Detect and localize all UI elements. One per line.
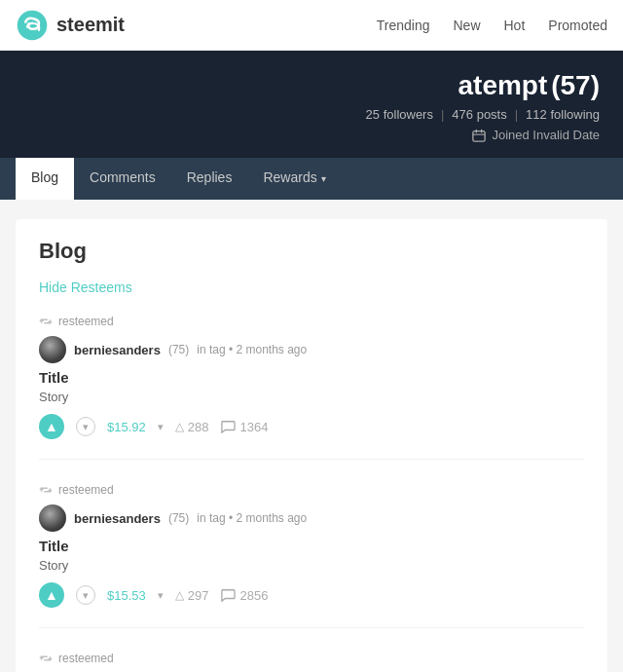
votes-area: △ 297	[175, 588, 209, 603]
username: atempt	[458, 70, 548, 100]
svg-point-0	[18, 10, 48, 40]
votes-up-icon: △	[175, 420, 184, 433]
resteemed-label: resteemed	[39, 483, 584, 497]
stat-sep-1: |	[441, 107, 444, 122]
reputation: (57)	[551, 70, 600, 100]
upvote-button[interactable]: ▲	[39, 414, 64, 439]
author-rep: (75)	[168, 343, 189, 356]
payout-value: $15.92	[107, 420, 146, 434]
main-nav: Trending New Hot Promoted	[377, 18, 607, 33]
comments-count: 1364	[239, 420, 268, 434]
avatar	[39, 504, 66, 532]
author-name[interactable]: berniesanders	[74, 511, 161, 526]
profile-name: atempt (57)	[23, 70, 600, 101]
content-card: Blog Hide Resteems resteemed berniesande…	[16, 219, 607, 672]
profile-meta: Joined Invalid Date	[23, 128, 600, 142]
post-story: Story	[39, 558, 584, 573]
post-actions: ▲ ▾ $15.92 ▾ △ 288 1364	[39, 414, 584, 439]
post-meta: in tag • 2 months ago	[197, 511, 307, 525]
upvote-button[interactable]: ▲	[39, 582, 64, 608]
nav-hot[interactable]: Hot	[504, 18, 526, 33]
tab-rewards[interactable]: Rewards ▾	[247, 158, 341, 200]
resteemed-label: resteemed	[39, 315, 584, 328]
stat-sep-2: |	[515, 107, 518, 122]
downvote-button[interactable]: ▾	[76, 417, 95, 436]
payout-dropdown[interactable]: ▾	[158, 589, 164, 602]
main-content: Blog Hide Resteems resteemed berniesande…	[0, 200, 623, 672]
payout-value: $15.53	[107, 588, 146, 603]
tab-replies[interactable]: Replies	[171, 158, 248, 200]
votes-area: △ 288	[175, 420, 209, 434]
nav-promoted[interactable]: Promoted	[548, 18, 607, 33]
comments-area: 2856	[220, 588, 268, 603]
resteem-icon	[39, 652, 53, 665]
post-title[interactable]: Title	[39, 369, 584, 386]
following-count: 112 following	[526, 107, 600, 122]
post-story: Story	[39, 390, 584, 404]
logo-area[interactable]: steemit	[16, 9, 125, 42]
tab-blog[interactable]: Blog	[16, 158, 74, 200]
resteem-icon	[39, 315, 53, 328]
nav-new[interactable]: New	[453, 18, 480, 33]
profile-stats: 25 followers | 476 posts | 112 following	[23, 107, 600, 122]
posts-count: 476 posts	[452, 107, 506, 122]
comments-area: 1364	[220, 420, 268, 434]
post-item: resteemed berniesanders (75) in tag • 2 …	[39, 483, 584, 628]
payout-dropdown[interactable]: ▾	[158, 421, 164, 433]
comment-icon	[220, 588, 236, 602]
avatar	[39, 336, 66, 363]
post-author-line: berniesanders (75) in tag • 2 months ago	[39, 504, 584, 532]
votes-up-icon: △	[175, 588, 184, 602]
blog-section-title: Blog	[39, 239, 584, 264]
followers-count: 25 followers	[366, 107, 433, 122]
post-actions: ▲ ▾ $15.53 ▾ △ 297 2856	[39, 582, 584, 608]
votes-count: 297	[188, 588, 209, 603]
comment-icon	[220, 420, 236, 433]
author-name[interactable]: berniesanders	[74, 343, 161, 357]
top-navigation: steemit Trending New Hot Promoted	[0, 0, 623, 51]
post-meta: in tag • 2 months ago	[197, 343, 307, 356]
profile-tabs: Blog Comments Replies Rewards ▾	[0, 158, 623, 200]
resteem-icon	[39, 483, 53, 497]
post-item: resteemed berniesanders (75) in tag • 2 …	[39, 652, 584, 672]
post-item: resteemed berniesanders (75) in tag • 2 …	[39, 315, 584, 460]
post-title[interactable]: Title	[39, 538, 584, 554]
resteemed-label: resteemed	[39, 652, 584, 665]
logo-text: steemit	[56, 14, 125, 36]
nav-trending[interactable]: Trending	[377, 18, 430, 33]
tab-comments[interactable]: Comments	[74, 158, 171, 200]
svg-rect-1	[473, 131, 485, 141]
calendar-icon	[472, 129, 486, 142]
post-author-line: berniesanders (75) in tag • 2 months ago	[39, 336, 584, 363]
comments-count: 2856	[239, 588, 268, 603]
profile-banner: atempt (57) 25 followers | 476 posts | 1…	[0, 51, 623, 158]
steemit-logo-icon	[16, 9, 49, 42]
author-rep: (75)	[168, 511, 189, 525]
downvote-button[interactable]: ▾	[76, 585, 95, 605]
hide-resteems-link[interactable]: Hide Resteems	[39, 280, 132, 295]
votes-count: 288	[188, 420, 209, 434]
joined-date: Joined Invalid Date	[492, 128, 600, 142]
